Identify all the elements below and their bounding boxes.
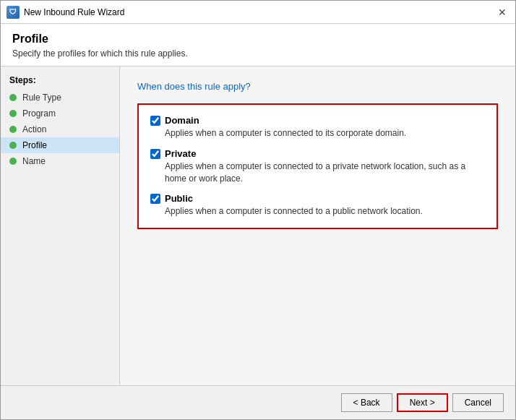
sidebar-item-name[interactable]: Name [1, 153, 119, 169]
public-checkbox-wrapper[interactable] [150, 194, 165, 204]
dot-action [9, 126, 17, 133]
wizard-window: 🛡 New Inbound Rule Wizard ✕ Profile Spec… [0, 0, 516, 420]
close-button[interactable]: ✕ [495, 5, 509, 20]
sidebar-label-name: Name [22, 156, 46, 166]
public-row: Public Applies when a computer is connec… [150, 193, 485, 218]
back-button[interactable]: < Back [341, 393, 392, 412]
domain-title[interactable]: Domain [165, 115, 406, 126]
private-row: Private Applies when a computer is conne… [150, 148, 485, 185]
sidebar-item-profile[interactable]: Profile [1, 137, 119, 153]
private-label-block: Private Applies when a computer is conne… [165, 148, 485, 185]
domain-checkbox-wrapper[interactable] [150, 116, 165, 126]
public-title[interactable]: Public [165, 193, 423, 204]
content-area: Steps: Rule Type Program Action Profile … [1, 67, 515, 385]
sidebar-label-profile: Profile [22, 140, 47, 150]
sidebar-label-action: Action [22, 124, 46, 134]
dot-profile [9, 142, 17, 149]
window-title: New Inbound Rule Wizard [24, 7, 495, 17]
private-title[interactable]: Private [165, 148, 485, 159]
title-bar: 🛡 New Inbound Rule Wizard ✕ [1, 1, 515, 24]
public-label-block: Public Applies when a computer is connec… [165, 193, 423, 218]
public-checkbox[interactable] [150, 194, 160, 204]
domain-row: Domain Applies when a computer is connec… [150, 115, 485, 140]
main-content: When does this rule apply? Domain Applie… [120, 67, 515, 385]
cancel-button[interactable]: Cancel [452, 393, 504, 412]
dot-rule-type [9, 94, 17, 101]
page-header: Profile Specify the profiles for which t… [1, 24, 515, 67]
public-desc: Applies when a computer is connected to … [165, 205, 423, 218]
domain-desc: Applies when a computer is connected to … [165, 127, 406, 140]
private-checkbox[interactable] [150, 149, 160, 159]
sidebar-item-action[interactable]: Action [1, 121, 119, 137]
question-text: When does this rule apply? [137, 81, 498, 92]
dot-program [9, 110, 17, 117]
app-icon: 🛡 [7, 6, 20, 19]
next-button[interactable]: Next > [397, 393, 448, 412]
private-checkbox-wrapper[interactable] [150, 149, 165, 159]
page-subtitle: Specify the profiles for which this rule… [12, 48, 504, 59]
sidebar-item-rule-type[interactable]: Rule Type [1, 90, 119, 106]
steps-label: Steps: [1, 72, 119, 90]
dot-name [9, 158, 17, 165]
domain-label-block: Domain Applies when a computer is connec… [165, 115, 406, 140]
sidebar-label-rule-type: Rule Type [22, 93, 61, 103]
page-title: Profile [12, 33, 504, 46]
sidebar-item-program[interactable]: Program [1, 106, 119, 121]
bottom-bar: < Back Next > Cancel [1, 385, 515, 419]
sidebar: Steps: Rule Type Program Action Profile … [1, 67, 120, 385]
profile-selection-box: Domain Applies when a computer is connec… [137, 103, 498, 229]
private-desc: Applies when a computer is connected to … [165, 160, 485, 185]
domain-checkbox[interactable] [150, 116, 160, 126]
sidebar-label-program: Program [22, 108, 56, 119]
